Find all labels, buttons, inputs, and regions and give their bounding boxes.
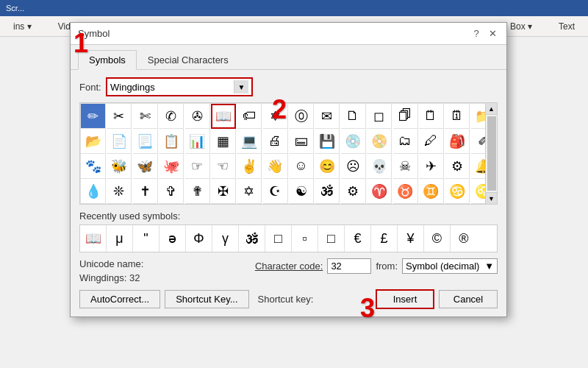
symbol-cell[interactable]: 📋 — [159, 129, 184, 154]
symbol-cell[interactable]: 🕉 — [315, 179, 340, 204]
symbol-cell[interactable]: 🐙 — [159, 154, 184, 179]
symbol-cell[interactable]: ☪ — [263, 179, 288, 204]
recently-cell[interactable]: ▫ — [292, 225, 318, 252]
symbol-cell[interactable]: ◻ — [367, 104, 392, 129]
unicode-name-label: Unicode name: — [79, 258, 146, 269]
recently-cell[interactable]: □ — [265, 225, 292, 252]
symbol-cell[interactable]: ✈ — [419, 154, 444, 179]
symbol-cell[interactable]: ✡ — [263, 104, 288, 129]
symbol-cell[interactable]: ☞ — [185, 154, 210, 179]
symbol-cell[interactable]: ❊ — [107, 179, 132, 204]
autocorrect-button[interactable]: AutoCorrect... — [79, 290, 160, 308]
symbol-cell[interactable]: 💾 — [315, 129, 340, 154]
close-button[interactable]: ✕ — [486, 27, 499, 40]
symbol-cell[interactable]: 📄 — [107, 129, 132, 154]
info-left: Unicode name: Wingdings: 32 — [79, 258, 240, 286]
symbol-cell[interactable]: ✞ — [159, 179, 184, 204]
symbol-cell[interactable]: ☠ — [393, 154, 418, 179]
font-row: Font: Wingdings ▼ — [79, 77, 498, 96]
symbol-cell[interactable]: ♉ — [393, 179, 418, 204]
symbol-cell[interactable]: 📃 — [133, 129, 158, 154]
recently-cell[interactable]: ə — [159, 225, 186, 252]
symbol-cell[interactable]: ⓪ — [289, 104, 314, 129]
symbol-cell[interactable]: ✄ — [133, 104, 158, 129]
recently-cell[interactable]: μ — [107, 225, 133, 252]
symbol-cell[interactable]: ☺ — [289, 154, 314, 179]
symbol-cell[interactable]: ✉ — [315, 104, 340, 129]
recently-cell[interactable]: € — [345, 225, 371, 252]
symbol-cell[interactable]: 🗋 — [341, 104, 366, 129]
from-dropdown-arrow[interactable]: ▼ — [484, 261, 494, 272]
font-value: Wingdings — [110, 82, 234, 93]
symbol-cell[interactable]: ✏ — [81, 104, 106, 129]
tab-symbols[interactable]: Symbols — [78, 50, 137, 70]
symbol-cell[interactable]: 🗓 — [445, 104, 470, 129]
font-code-value: Wingdings: 32 — [79, 272, 140, 283]
insert-button[interactable]: Insert — [376, 289, 434, 309]
shortcut-key-button[interactable]: Shortcut Key... — [165, 290, 248, 308]
dialog-tabs: Symbols Special Characters — [71, 45, 506, 70]
symbol-cell[interactable]: ▦ — [211, 129, 236, 154]
symbol-cell[interactable]: 💻 — [237, 129, 262, 154]
grid-scrollbar[interactable]: ▲ ▼ — [485, 103, 497, 204]
symbol-cell[interactable]: 📊 — [185, 129, 210, 154]
recently-cell[interactable]: γ — [212, 225, 239, 252]
symbol-cell[interactable]: ⚙ — [445, 154, 470, 179]
symbol-cell[interactable]: 😊 — [315, 154, 340, 179]
symbol-cell[interactable]: ⚙ — [341, 179, 366, 204]
symbol-cell[interactable]: ☯ — [289, 179, 314, 204]
scrollbar-thumb[interactable] — [487, 116, 496, 191]
symbol-cell[interactable]: 📂 — [81, 129, 106, 154]
symbol-cell[interactable]: ✌ — [237, 154, 262, 179]
recently-cell[interactable]: 🕉 — [239, 225, 265, 252]
symbol-cell[interactable]: 🦋 — [133, 154, 158, 179]
symbol-cell[interactable]: ✇ — [185, 104, 210, 129]
symbol-cell[interactable]: 🖴 — [289, 129, 314, 154]
scrollbar-down[interactable]: ▼ — [486, 192, 498, 204]
help-button[interactable]: ? — [470, 27, 483, 40]
symbol-cell[interactable]: ✟ — [185, 179, 210, 204]
recently-cell[interactable]: £ — [371, 225, 398, 252]
symbol-cell[interactable]: ✂ — [107, 104, 132, 129]
symbol-cell[interactable]: 🗂 — [393, 129, 418, 154]
recently-cell[interactable]: Φ — [186, 225, 212, 252]
symbol-cell[interactable]: 🗍 — [393, 104, 418, 129]
charcode-input[interactable]: 32 — [327, 258, 371, 274]
symbol-cell[interactable]: ♊ — [419, 179, 444, 204]
cancel-button[interactable]: Cancel — [439, 290, 498, 308]
recently-cell[interactable]: □ — [318, 225, 345, 252]
symbol-cell[interactable]: 💀 — [367, 154, 392, 179]
recently-cell[interactable]: ¥ — [398, 225, 424, 252]
symbol-cell[interactable]: ♈ — [367, 179, 392, 204]
recently-used-grid: 📖 μ " ə Φ γ 🕉 □ ▫ □ € £ ¥ © ® — [79, 224, 498, 252]
scrollbar-up[interactable]: ▲ — [486, 103, 498, 115]
symbol-cell[interactable]: 👋 — [263, 154, 288, 179]
from-select[interactable]: Symbol (decimal) ▼ — [402, 258, 498, 274]
symbol-cell[interactable]: 💿 — [341, 129, 366, 154]
recently-cell[interactable]: 📖 — [80, 225, 107, 252]
recently-cell[interactable]: " — [133, 225, 159, 252]
symbol-cell[interactable]: ✠ — [211, 179, 236, 204]
tab-special-characters[interactable]: Special Characters — [137, 50, 240, 70]
symbol-cell[interactable]: 🖊 — [419, 129, 444, 154]
font-select[interactable]: Wingdings ▼ — [106, 77, 253, 96]
symbol-cell[interactable]: 🗒 — [419, 104, 444, 129]
symbol-cell-book[interactable]: 📖 — [211, 104, 236, 129]
symbol-cell[interactable]: 💧 — [81, 179, 106, 204]
symbol-cell[interactable]: ✝ — [133, 179, 158, 204]
symbol-cell[interactable]: ♋ — [445, 179, 470, 204]
recently-cell[interactable]: ® — [451, 225, 477, 252]
symbol-cell[interactable]: ✆ — [159, 104, 184, 129]
font-dropdown-arrow[interactable]: ▼ — [234, 80, 248, 93]
symbol-cell[interactable]: ☹ — [341, 154, 366, 179]
symbol-cell[interactable]: 🖨 — [263, 129, 288, 154]
symbol-cell[interactable]: 🏷 — [237, 104, 262, 129]
recently-cell[interactable]: © — [424, 225, 451, 252]
symbol-cell[interactable]: 🐾 — [81, 154, 106, 179]
symbol-cell[interactable]: ☜ — [211, 154, 236, 179]
font-label: Font: — [79, 82, 101, 93]
symbol-cell[interactable]: 🎒 — [445, 129, 470, 154]
symbol-cell[interactable]: 🐝 — [107, 154, 132, 179]
symbol-cell[interactable]: 📀 — [367, 129, 392, 154]
symbol-cell[interactable]: ✡ — [237, 179, 262, 204]
